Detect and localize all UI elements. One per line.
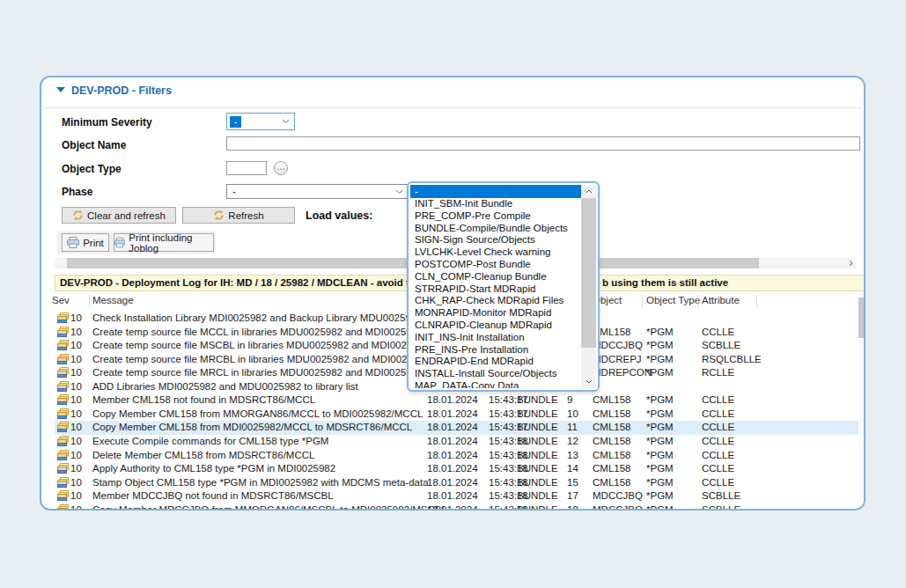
- table-row[interactable]: 10 Member CML158 not found in MDSRCT86/M…: [55, 393, 861, 408]
- cell-seq: 9: [567, 394, 572, 405]
- cell-message: Create temp source file MCCL in librarie…: [92, 327, 423, 337]
- cell-message: Create temp source file MRCL in librarie…: [92, 367, 423, 378]
- phase-option[interactable]: INSTALL-Install Source/Objects: [410, 368, 581, 380]
- phase-option[interactable]: ENDRAPID-End MDRapid: [410, 356, 581, 368]
- header-message[interactable]: Message: [92, 295, 134, 305]
- phase-option[interactable]: MAP_DATA-Copy Data: [410, 380, 581, 388]
- log-entry-icon: [57, 490, 69, 503]
- clear-and-refresh-button[interactable]: Clear and refresh: [62, 207, 176, 224]
- vertical-scrollbar[interactable]: [858, 294, 865, 509]
- cell-seq: 15: [567, 477, 578, 488]
- cell-phase: BUNDLE: [517, 436, 558, 446]
- phase-option[interactable]: PRE_COMP-Pre Compile: [410, 210, 581, 223]
- phase-option[interactable]: CLNRAPID-Cleanup MDRapid: [410, 320, 581, 332]
- cell-message: ADD Libraries MDI0025982 and MDU0025982 …: [92, 381, 358, 392]
- table-row[interactable]: 10 Copy Member CML158 from MDI0025982/MC…: [55, 421, 861, 435]
- dropdown-scroll-up-arrow[interactable]: [581, 185, 596, 198]
- table-row[interactable]: 10 Copy Member CML158 from MMORGAN86/MCC…: [55, 408, 861, 422]
- header-object-type[interactable]: Object Type: [646, 295, 700, 305]
- log-entry-icon: [57, 422, 69, 434]
- table-row[interactable]: 10 Member MDCCJBQ not found in MDSRCT86/…: [55, 489, 861, 503]
- cell-date: 18.01.2024: [427, 504, 478, 511]
- cell-sev: 10: [70, 504, 82, 511]
- cell-message: Delete Member CML158 from MDSRCT86/MCCL: [92, 450, 314, 460]
- print-button[interactable]: Print: [62, 233, 109, 252]
- log-entry-icon: [57, 327, 69, 339]
- cell-message: Member CML158 not found in MDSRCT86/MCCL: [92, 394, 315, 405]
- chevron-up-icon: [586, 189, 593, 194]
- refresh-button[interactable]: Refresh: [182, 207, 295, 224]
- object-type-input[interactable]: [226, 161, 267, 175]
- cell-seq: 14: [567, 463, 578, 474]
- cell-message: Check Installation Library MDI0025982 an…: [92, 312, 423, 323]
- cell-object-type: *PGM: [646, 504, 674, 511]
- header-sev[interactable]: Sev: [52, 295, 70, 305]
- header-attribute[interactable]: Attribute: [702, 295, 740, 305]
- log-entry-icon: [57, 477, 69, 489]
- cell-message: Copy Member CML158 from MDI0025982/MCCL …: [92, 422, 412, 432]
- table-row[interactable]: 10 Stamp Object CML158 type *PGM in MDI0…: [55, 476, 861, 490]
- hscroll-right-arrow[interactable]: [845, 258, 856, 268]
- banner-text-left: DEV-PROD - Deployment Log for IH: MD / 1…: [60, 276, 455, 290]
- cell-phase: BUNDLE: [517, 477, 558, 488]
- cell-phase: BUNDLE: [517, 450, 558, 460]
- header-divider: [642, 295, 643, 307]
- object-name-input[interactable]: [226, 136, 860, 151]
- log-entry-icon: [57, 340, 69, 352]
- dropdown-scrollbar[interactable]: [581, 185, 596, 388]
- table-row[interactable]: 10 Copy Member MDCCJBQ from MMORGAN86/MS…: [55, 503, 861, 511]
- cell-date: 18.01.2024: [427, 408, 478, 419]
- cell-seq: 10: [567, 408, 578, 419]
- phase-option[interactable]: CLN_COMP-Cleanup Bundle: [410, 271, 581, 283]
- print-including-joblog-label: Print including Joblog: [129, 232, 213, 254]
- cell-phase: BUNDLE: [517, 394, 558, 405]
- phase-select[interactable]: -: [226, 184, 409, 199]
- cell-sev: 10: [70, 354, 82, 364]
- cell-sev: 10: [70, 477, 82, 488]
- object-type-browse-button[interactable]: …: [274, 161, 288, 175]
- cell-object-type: *PGM: [646, 354, 674, 364]
- phase-dropdown-options: -INIT_SBM-Init BundlePRE_COMP-Pre Compil…: [410, 185, 581, 388]
- phase-dropdown-list: -INIT_SBM-Init BundlePRE_COMP-Pre Compil…: [407, 181, 600, 392]
- phase-option[interactable]: LVLCHK-Level Check warning: [410, 246, 581, 259]
- cell-message: Stamp Object CML158 type *PGM in MDI0025…: [92, 477, 429, 488]
- log-entry-icon: [57, 367, 69, 379]
- dropdown-scroll-thumb[interactable]: [581, 198, 596, 348]
- cell-date: 18.01.2024: [427, 490, 478, 501]
- cell-phase: BUNDLE: [517, 408, 558, 419]
- table-row[interactable]: 10 Apply Authority to CML158 type *PGM i…: [55, 462, 861, 476]
- cell-object: CML158: [593, 463, 630, 474]
- cell-date: 18.01.2024: [427, 394, 478, 405]
- phase-option[interactable]: SIGN-Sign Source/Objects: [410, 234, 581, 246]
- phase-option[interactable]: CHK_RAP-Check MDRapid Files: [410, 295, 581, 307]
- cell-seq: 13: [567, 450, 578, 460]
- cell-sev: 10: [70, 312, 82, 323]
- cell-object-type: *PGM: [646, 422, 674, 432]
- cell-attribute: CCLLE: [702, 327, 734, 337]
- phase-option[interactable]: INIT_SBM-Init Bundle: [410, 198, 581, 210]
- log-entry-icon: [57, 504, 69, 511]
- print-including-joblog-button[interactable]: Print including Joblog: [114, 233, 214, 252]
- table-row[interactable]: 10 Delete Member CML158 from MDSRCT86/MC…: [55, 449, 861, 463]
- banner-text-right: b using them is still active: [602, 276, 728, 290]
- printer-icon: [67, 237, 79, 248]
- vscroll-thumb[interactable]: [858, 298, 865, 338]
- printer-icon: [114, 237, 125, 248]
- min-severity-label: Minimum Severity: [62, 116, 152, 129]
- cell-attribute: CCLLE: [702, 436, 734, 446]
- phase-option-selected[interactable]: -: [410, 185, 581, 198]
- header-divider: [89, 295, 90, 307]
- phase-option[interactable]: STRRAPID-Start MDRapid: [410, 283, 581, 296]
- phase-option[interactable]: MONRAPID-Monitor MDRapid: [410, 307, 581, 320]
- phase-option[interactable]: POSTCOMP-Post Bundle: [410, 259, 581, 271]
- min-severity-select[interactable]: -: [226, 113, 295, 130]
- phase-option[interactable]: BUNDLE-Compile/Bundle Objects: [410, 223, 581, 235]
- table-row[interactable]: 10 Execute Compile commands for CML158 t…: [55, 435, 861, 449]
- dropdown-scroll-down-arrow[interactable]: [581, 375, 596, 388]
- phase-option[interactable]: INIT_INS-Init Installation: [410, 332, 581, 344]
- cell-object: MDCCJBQ: [593, 340, 643, 350]
- collapse-caret-icon[interactable]: [56, 87, 65, 92]
- phase-option[interactable]: PRE_INS-Pre Installation: [410, 344, 581, 356]
- cell-object-type: *PGM: [646, 408, 674, 419]
- header-divider: [697, 295, 698, 307]
